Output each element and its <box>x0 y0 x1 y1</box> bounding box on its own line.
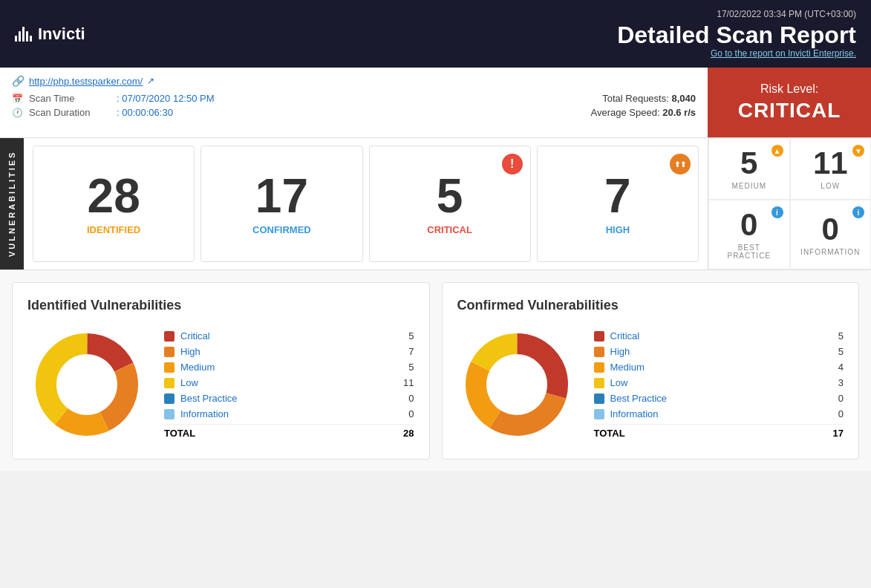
low-count: 11 <box>399 377 414 388</box>
scan-duration-row: 🕐 Scan Duration : 00:00:06:30 Average Sp… <box>12 107 696 118</box>
url-row: 🔗 http://php.testsparker.com/ ↗ <box>12 75 696 87</box>
critical-card: ! 5 CRITICAL <box>369 146 531 262</box>
confirmed-chart-content: Critical 5 High 5 Medium 4 Low 3 <box>457 325 844 444</box>
identified-total: TOTAL 28 <box>164 424 414 439</box>
conf-best-practice-color <box>594 393 604 404</box>
identified-label: IDENTIFIED <box>87 224 140 235</box>
stats-row-top: ▲ 5 MEDIUM ▼ 11 LOW <box>708 138 871 200</box>
critical-color <box>164 331 174 342</box>
medium-count: 5 <box>399 362 414 373</box>
conf-legend-item-medium: Medium 4 <box>594 362 844 373</box>
scan-time-label: Scan Time <box>29 93 111 104</box>
scan-time-row: 📅 Scan Time : 07/07/2020 12:50 PM Total … <box>12 93 696 104</box>
conf-information-name: Information <box>610 408 823 419</box>
medium-number: 5 <box>740 148 757 179</box>
report-title: Detailed Scan Report <box>617 22 856 48</box>
confirmed-card: 17 CONFIRMED <box>200 146 362 262</box>
critical-count: 5 <box>399 330 414 342</box>
legend-item-medium: Medium 5 <box>164 362 414 373</box>
conf-legend-item-high: High 5 <box>594 346 844 357</box>
identified-number: 28 <box>88 172 140 220</box>
information-color <box>164 409 174 419</box>
conf-low-name: Low <box>610 377 823 388</box>
conf-critical-color <box>594 331 604 342</box>
conf-legend-item-best-practice: Best Practice 0 <box>594 393 844 404</box>
legend-item-high: High 7 <box>164 346 414 357</box>
identified-legend: Critical 5 High 7 Medium 5 Low 11 <box>164 330 414 439</box>
logo-icon <box>15 27 32 42</box>
header: Invicti 17/02/2022 03:34 PM (UTC+03:00) … <box>0 0 871 68</box>
information-label: INFORMATION <box>800 248 860 256</box>
best-practice-number: 0 <box>740 209 757 241</box>
risk-value: CRITICAL <box>738 99 841 122</box>
stats-row-bottom: i 0 BEST PRACTICE i 0 INFORMATION <box>708 200 871 270</box>
critical-label: CRITICAL <box>427 224 472 235</box>
identified-chart-panel: Identified Vulnerabilities <box>12 282 430 460</box>
information-stat: i 0 INFORMATION <box>790 200 872 270</box>
identified-chart-title: Identified Vulnerabilities <box>27 298 414 313</box>
conf-legend-item-critical: Critical 5 <box>594 330 844 342</box>
scan-duration-label: Scan Duration <box>29 107 111 118</box>
high-count: 7 <box>399 346 414 357</box>
clock-icon: 🕐 <box>12 108 23 118</box>
vulnerabilities-label: VULNERABILITIES <box>0 138 24 270</box>
confirmed-number: 17 <box>255 172 308 220</box>
conf-low-color <box>594 378 604 388</box>
low-stat: ▼ 11 LOW <box>790 138 872 200</box>
logo-text: Invicti <box>38 24 85 44</box>
confirmed-total: TOTAL 17 <box>594 424 844 439</box>
legend-item-critical: Critical 5 <box>164 330 414 342</box>
info-section: 🔗 http://php.testsparker.com/ ↗ 📅 Scan T… <box>0 68 871 138</box>
low-label: LOW <box>821 182 840 190</box>
conf-information-color <box>594 409 604 419</box>
information-icon: i <box>852 206 864 218</box>
confirmed-total-value: 17 <box>833 428 844 439</box>
legend-item-best-practice: Best Practice 0 <box>164 393 414 404</box>
critical-number: 5 <box>437 172 463 220</box>
right-stats: ▲ 5 MEDIUM ▼ 11 LOW i 0 BEST PRACTICE i … <box>708 138 871 270</box>
confirmed-donut-svg <box>457 325 576 444</box>
high-name: High <box>180 346 394 357</box>
legend-item-information: Information 0 <box>164 408 414 419</box>
vulnerabilities-section: VULNERABILITIES 28 IDENTIFIED 17 CONFIRM… <box>0 138 871 270</box>
conf-legend-item-information: Information 0 <box>594 408 844 419</box>
conf-critical-count: 5 <box>829 330 844 342</box>
information-name: Information <box>180 408 394 419</box>
confirmed-label: CONFIRMED <box>252 224 311 235</box>
best-practice-count: 0 <box>399 393 414 404</box>
medium-color <box>164 362 174 373</box>
critical-name: Critical <box>180 330 394 342</box>
avg-speed: Average Speed: 20.6 r/s <box>591 107 696 118</box>
scan-duration-value: : 00:00:06:30 <box>117 107 173 118</box>
confirmed-donut <box>457 325 576 444</box>
enterprise-link[interactable]: Go to the report on Invicti Enterprise. <box>617 48 856 59</box>
low-color <box>164 378 174 388</box>
confirmed-chart-title: Confirmed Vulnerabilities <box>457 298 844 313</box>
scan-url[interactable]: http://php.testsparker.com/ <box>29 76 143 87</box>
external-link-icon[interactable]: ↗ <box>147 76 154 86</box>
logo: Invicti <box>15 24 85 44</box>
best-practice-name: Best Practice <box>180 393 394 404</box>
link-icon: 🔗 <box>12 75 25 87</box>
identified-card: 28 IDENTIFIED <box>33 146 195 262</box>
high-color <box>164 347 174 357</box>
conf-medium-name: Medium <box>610 362 823 373</box>
best-practice-label: BEST PRACTICE <box>715 244 783 260</box>
medium-label: MEDIUM <box>731 182 766 190</box>
identified-chart-content: Critical 5 High 7 Medium 5 Low 11 <box>27 325 414 444</box>
header-right: 17/02/2022 03:34 PM (UTC+03:00) Detailed… <box>617 9 856 59</box>
information-number: 0 <box>822 214 839 245</box>
header-date: 17/02/2022 03:34 PM (UTC+03:00) <box>617 9 856 19</box>
calendar-icon: 📅 <box>12 94 23 104</box>
identified-total-value: 28 <box>403 428 414 439</box>
medium-icon: ▲ <box>771 145 783 157</box>
low-name: Low <box>180 377 394 388</box>
conf-legend-item-low: Low 3 <box>594 377 844 388</box>
information-count: 0 <box>399 408 414 419</box>
risk-panel: Risk Level: CRITICAL <box>708 68 871 137</box>
total-requests: Total Requests: 8,040 <box>602 93 696 104</box>
charts-section: Identified Vulnerabilities <box>0 270 871 471</box>
high-label: HIGH <box>606 224 630 235</box>
conf-medium-color <box>594 362 604 373</box>
conf-high-name: High <box>610 346 823 357</box>
